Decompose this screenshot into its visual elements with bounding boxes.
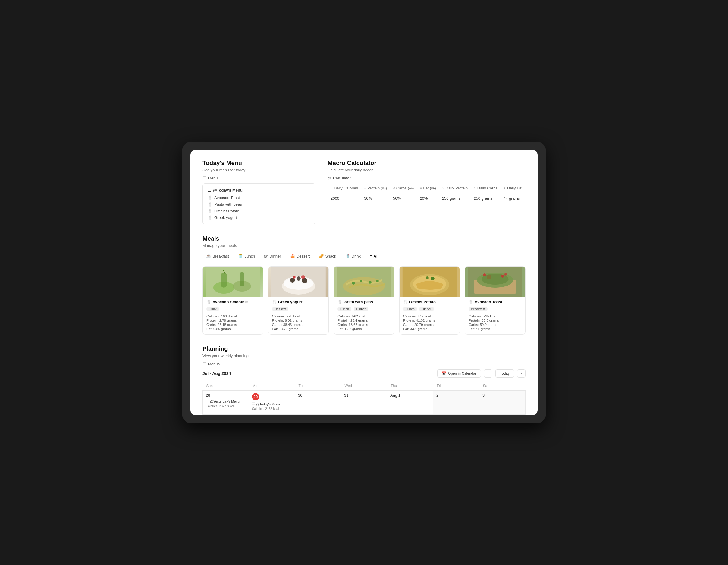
stat-cal-2: Calories: 562 kcal	[337, 314, 391, 318]
meal-name-2: 🍴 Pasta with peas	[337, 300, 391, 304]
meal-body-4: 🍴 Avocado Toast Breakfast Calories: 735 …	[465, 296, 525, 334]
all-icon: ≡	[370, 254, 372, 259]
cal-cell-31[interactable]: 31	[341, 391, 387, 415]
calculator-icon: ⚖	[328, 176, 331, 181]
tab-all[interactable]: ≡ All	[366, 252, 382, 262]
cal-header-wed: Wed	[341, 381, 387, 391]
stat-prot-0: Protein: 2.79 grams	[206, 318, 259, 322]
cal-cell-aug1[interactable]: Aug 1	[387, 391, 433, 415]
stat-prot-4: Protein: 36.5 grams	[469, 318, 522, 322]
meal-card-0[interactable]: 🍴 Avocado Smoothie Drink Calories: 190.8…	[202, 266, 263, 334]
device-frame: Today's Menu See your menu for today ☰ M…	[182, 142, 546, 423]
drink-icon: 🥤	[345, 254, 350, 259]
planning-header: Jul - Aug 2024 📅 Open in Calendar ‹ Toda…	[202, 369, 526, 378]
cal-header-sun: Sun	[203, 381, 249, 391]
stat-fat-0: Fat: 9.85 grams	[206, 327, 259, 331]
stat-carbs-1: Carbs: 38.43 grams	[272, 323, 325, 326]
stat-cal-1: Calories: 298 kcal	[272, 314, 325, 318]
menu-item-2: 🍴 Pasta with peas	[208, 202, 310, 207]
badge-dinner-3: Dinner	[419, 306, 434, 311]
cal-cell-3[interactable]: 3	[479, 391, 526, 415]
cal-cell-29[interactable]: 29 ☰ @Today's Menu Calories: 2137 kcal	[249, 391, 295, 415]
cal-date-29: 29	[252, 393, 292, 400]
tab-snack[interactable]: 🥜 Snack	[315, 252, 340, 262]
badges-4: Breakfast	[469, 306, 522, 312]
open-calendar-button[interactable]: 📅 Open in Calendar	[437, 369, 481, 378]
meal-body-2: 🍴 Pasta with peas Lunch Dinner Calories:…	[334, 296, 394, 334]
cal-date-30: 30	[298, 393, 338, 397]
cal-header-tue: Tue	[295, 381, 341, 391]
meal-card-2[interactable]: 🍴 Pasta with peas Lunch Dinner Calories:…	[334, 266, 394, 334]
utensils-icon-3: 🍴	[208, 209, 212, 213]
planning-title: Planning	[202, 345, 526, 352]
stat-carbs-0: Carbs: 25.15 grams	[206, 323, 259, 326]
cal-calories-28: Calories: 2327.8 kcal	[206, 404, 246, 408]
cal-date-28: 28	[206, 393, 246, 397]
svg-point-24	[426, 277, 429, 280]
col-protein-pct: Protein (%)	[361, 184, 390, 193]
stat-fat-4: Fat: 41 grams	[469, 327, 522, 331]
col-carbs-pct: Carbs (%)	[390, 184, 417, 193]
meal-img-3	[400, 267, 460, 296]
meal-card-1[interactable]: 🍴 Greek yogurt Dessert Calories: 298 kca…	[268, 266, 329, 334]
cal-menu-icon-29: ☰	[252, 402, 255, 406]
planning-subtitle: View your weekly planning	[202, 353, 526, 358]
menu-item-1: 🍴 Avocado Toast	[208, 196, 310, 200]
cal-date-aug1: Aug 1	[390, 393, 430, 397]
lunch-icon: 🫙	[238, 254, 243, 259]
meal-name-0: 🍴 Avocado Smoothie	[206, 300, 259, 304]
cal-cell-28[interactable]: 28 ☰ @Yesterday's Menu Calories: 2327.8 …	[203, 391, 249, 415]
menus-label: ☰ Menus	[202, 362, 526, 366]
badge-lunch-3: Lunch	[403, 306, 417, 311]
badges-0: Drink	[206, 306, 259, 312]
menu-item-3: 🍴 Omelet Potato	[208, 209, 310, 213]
tab-drink[interactable]: 🥤 Drink	[342, 252, 364, 262]
meals-grid: 🍴 Avocado Smoothie Drink Calories: 190.8…	[202, 266, 526, 334]
meal-icon-0: 🍴	[206, 300, 211, 304]
tab-breakfast[interactable]: ☕ Breakfast	[202, 252, 233, 262]
tab-dessert[interactable]: 🍰 Dessert	[287, 252, 314, 262]
meal-img-2	[334, 267, 394, 296]
macro-table: Daily Calories Protein (%) Carbs (%) Fat…	[328, 184, 526, 204]
prev-week-button[interactable]: ‹	[484, 369, 492, 378]
stat-prot-2: Protein: 28.4 grams	[337, 318, 391, 322]
meal-icon-2: 🍴	[337, 300, 342, 304]
tab-dinner[interactable]: 🍽 Dinner	[260, 252, 284, 262]
svg-point-29	[487, 275, 491, 280]
badges-3: Lunch Dinner	[403, 306, 456, 312]
val-calories: 2000	[328, 193, 361, 204]
tab-lunch[interactable]: 🫙 Lunch	[234, 252, 259, 262]
cal-today-menu: ☰ @Today's Menu	[252, 402, 292, 406]
stat-fat-1: Fat: 13.73 grams	[272, 327, 325, 331]
badge-lunch-2: Lunch	[337, 306, 351, 311]
val-daily-fat: 44 grams	[501, 193, 526, 204]
meal-card-3[interactable]: 🍴 Omelet Potato Lunch Dinner Calories: 5…	[399, 266, 460, 334]
meal-icon-3: 🍴	[403, 300, 408, 304]
utensils-icon-4: 🍴	[208, 215, 212, 220]
calendar-table: Sun Mon Tue Wed Thu Fri Sat 28	[202, 381, 526, 415]
next-week-button[interactable]: ›	[517, 369, 526, 378]
cal-cell-2[interactable]: 2	[433, 391, 479, 415]
stat-cal-4: Calories: 735 kcal	[469, 314, 522, 318]
stat-cal-0: Calories: 190.8 kcal	[206, 314, 259, 318]
screen: Today's Menu See your menu for today ☰ M…	[190, 150, 538, 415]
stat-fat-2: Fat: 19.2 grams	[337, 327, 391, 331]
meal-card-4[interactable]: 🍴 Avocado Toast Breakfast Calories: 735 …	[465, 266, 526, 334]
menus-list-icon: ☰	[202, 362, 206, 366]
meal-img-1	[268, 267, 329, 296]
badges-2: Lunch Dinner	[337, 306, 391, 312]
cal-cell-30[interactable]: 30	[295, 391, 341, 415]
menu-box: ☰ @Today's Menu 🍴 Avocado Toast 🍴 Pasta …	[202, 184, 315, 225]
todays-menu-section: Today's Menu See your menu for today ☰ M…	[202, 160, 315, 225]
meal-body-0: 🍴 Avocado Smoothie Drink Calories: 190.8…	[203, 296, 263, 334]
stat-carbs-2: Carbs: 68.65 grams	[337, 323, 391, 326]
cal-menu-icon-28: ☰	[206, 399, 209, 403]
macro-title: Macro Calculator	[328, 160, 526, 167]
svg-rect-4	[240, 272, 244, 286]
menu-list-icon: ☰	[202, 176, 206, 181]
col-fat-pct: Fat (%)	[417, 184, 439, 193]
today-button[interactable]: Today	[495, 369, 514, 378]
calculator-label: ⚖ Calculator	[328, 176, 526, 181]
cal-header-fri: Fri	[433, 381, 479, 391]
macro-row: 2000 30% 50% 20% 150 grams 250 grams 44 …	[328, 193, 526, 204]
